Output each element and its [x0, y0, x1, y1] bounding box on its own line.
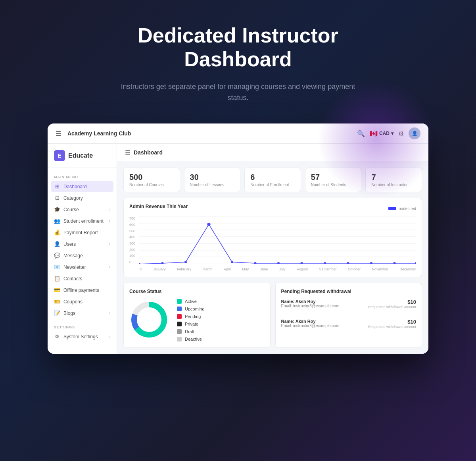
stat-courses-number: 500: [129, 173, 174, 182]
sidebar-label-system-settings: System Settings: [63, 334, 98, 339]
stat-students-number: 57: [311, 173, 356, 182]
legend-deactive: Deactive: [177, 337, 205, 341]
enrollment-icon: 👥: [54, 218, 60, 224]
withdrawal-item-2: Name: Aksh Roy Email: instructor3@exampl…: [281, 319, 416, 334]
sidebar: E Educate MAIN MENU ⊞ Dashboard ⊡ Catego…: [48, 144, 117, 354]
sidebar-item-offline-payments[interactable]: 💳 Offline payments: [48, 284, 117, 296]
system-settings-icon: ⚙: [54, 334, 60, 339]
stat-card-lessons: 30 Number of Lessons: [184, 168, 241, 192]
main-layout: E Educate MAIN MENU ⊞ Dashboard ⊡ Catego…: [48, 144, 428, 354]
withdrawal-amount-label-2: Requested withdrawal amount: [368, 325, 416, 329]
chart-card: Admin Revenue This Year undefined 700 60…: [123, 198, 422, 277]
sidebar-item-dashboard[interactable]: ⊞ Dashboard: [51, 181, 113, 192]
stat-enrollment-number: 6: [250, 173, 295, 182]
sidebar-label-offline-payments: Offline payments: [63, 287, 99, 293]
payment-icon: 💰: [54, 230, 60, 235]
stat-enrollment-label: Number of Enrollment: [250, 183, 295, 187]
private-dot: [177, 322, 182, 326]
sidebar-item-contacts[interactable]: 📋 Contacts: [48, 273, 117, 284]
sidebar-item-course[interactable]: 🎓 Course ›: [48, 204, 117, 215]
svg-point-12: [231, 261, 233, 263]
withdrawal-row-1: Name: Aksh Roy Email: instructor3@exampl…: [281, 299, 416, 309]
stat-lessons-number: 30: [190, 173, 235, 182]
avatar[interactable]: 👤: [409, 127, 420, 139]
topbar-title: Academy Learning Club: [67, 130, 352, 137]
svg-point-24: [139, 309, 159, 330]
sidebar-label-coupons: Coupons: [63, 299, 83, 305]
svg-point-14: [277, 262, 280, 264]
chevron-right-icon-2: ›: [109, 219, 110, 223]
logo-text: Educate: [68, 152, 93, 159]
sidebar-item-system-settings[interactable]: ⚙ System Settings ›: [48, 331, 117, 342]
chevron-right-icon-6: ›: [109, 334, 110, 339]
flag-icon: 🇨🇦: [370, 130, 378, 137]
content-area: ☰ Dashboard 500 Number of Courses 30 Num…: [117, 144, 428, 354]
svg-point-8: [139, 263, 140, 264]
svg-point-15: [300, 262, 303, 264]
svg-point-11: [207, 223, 210, 226]
topbar: ☰ Academy Learning Club 🔍 🇨🇦 CAD ▾ ⚙ 👤: [48, 123, 428, 144]
main-menu-label: MAIN MENU: [48, 173, 117, 181]
sidebar-label-newsletter: Newsletter: [63, 264, 86, 270]
svg-point-18: [370, 262, 372, 264]
stat-instructors-number: 7: [371, 173, 416, 182]
legend-private: Private: [177, 322, 205, 326]
sidebar-item-newsletter[interactable]: 📧 Newsletter ›: [48, 261, 117, 273]
active-label: Active: [185, 299, 197, 304]
hamburger-icon[interactable]: ☰: [56, 130, 61, 137]
sidebar-item-blogs[interactable]: 📝 Blogs ›: [48, 307, 117, 319]
stat-card-students: 57 Number of Students: [305, 168, 362, 192]
stat-card-courses: 500 Number of Courses: [123, 168, 180, 192]
private-label: Private: [185, 322, 198, 326]
bottom-row: Course Status: [123, 283, 422, 347]
legend-active: Active: [177, 299, 205, 304]
withdrawal-name-2: Name: Aksh Roy: [281, 319, 340, 324]
legend-upcoming: Upcoming: [177, 307, 205, 311]
offline-payments-icon: 💳: [54, 287, 60, 293]
logo-area: E Educate: [48, 150, 117, 168]
sidebar-label-blogs: Blogs: [63, 311, 75, 316]
pending-label: Pending: [185, 314, 201, 319]
currency-selector[interactable]: 🇨🇦 CAD ▾: [370, 130, 393, 137]
sidebar-label-category: Category: [63, 195, 83, 201]
donut-area: Active Upcoming Pending: [129, 299, 265, 341]
settings-label: SETTINGS: [48, 323, 117, 331]
withdrawal-row-2: Name: Aksh Roy Email: instructor3@exampl…: [281, 319, 416, 329]
stat-courses-label: Number of Courses: [129, 183, 174, 187]
upcoming-label: Upcoming: [185, 307, 205, 311]
svg-point-20: [415, 262, 416, 264]
sidebar-label-dashboard: Dashboard: [63, 184, 87, 189]
dashboard-panel: ☰ Academy Learning Club 🔍 🇨🇦 CAD ▾ ⚙ 👤 E…: [48, 123, 428, 354]
draft-dot: [177, 329, 182, 334]
sidebar-item-payment-report[interactable]: 💰 Payment Report: [48, 227, 117, 238]
search-icon[interactable]: 🔍: [357, 130, 365, 137]
stat-card-instructors: 7 Number of Instructor: [365, 168, 422, 192]
chevron-down-icon: ▾: [391, 131, 393, 136]
svg-point-16: [324, 262, 326, 264]
revenue-chart: [139, 216, 416, 264]
topbar-right: 🔍 🇨🇦 CAD ▾ ⚙ 👤: [357, 127, 420, 139]
sidebar-item-coupons[interactable]: 🎫 Coupons: [48, 296, 117, 307]
stat-instructors-label: Number of Instructor: [371, 183, 416, 187]
sidebar-item-message[interactable]: 💬 Message: [48, 250, 117, 261]
dashboard-icon: ⊞: [54, 183, 60, 189]
coupons-icon: 🎫: [54, 299, 60, 305]
settings-icon[interactable]: ⚙: [398, 130, 404, 137]
logo-icon: E: [54, 150, 65, 161]
withdrawal-amount-label-1: Requested withdrawal amount: [368, 305, 416, 309]
course-status-title: Course Status: [129, 289, 265, 294]
chart-legend-text: undefined: [399, 206, 416, 211]
blogs-icon: 📝: [54, 310, 60, 316]
sidebar-item-student-enrollment[interactable]: 👥 Student enrollment ›: [48, 215, 117, 227]
withdrawal-title: Pending Requested withdrawal: [281, 289, 416, 294]
content-header: ☰ Dashboard: [117, 144, 428, 161]
sidebar-label-message: Message: [63, 253, 83, 258]
sidebar-label-payment: Payment Report: [63, 230, 98, 235]
course-status-panel: Course Status: [123, 283, 271, 347]
hero-subtitle: Instructors get separate panel for manag…: [115, 81, 361, 104]
category-icon: ⊡: [54, 195, 60, 201]
withdrawal-name-1: Name: Aksh Roy: [281, 299, 340, 304]
sidebar-item-users[interactable]: 👤 Users ›: [48, 238, 117, 250]
sidebar-item-category[interactable]: ⊡ Category: [48, 192, 117, 204]
active-dot: [177, 299, 182, 304]
